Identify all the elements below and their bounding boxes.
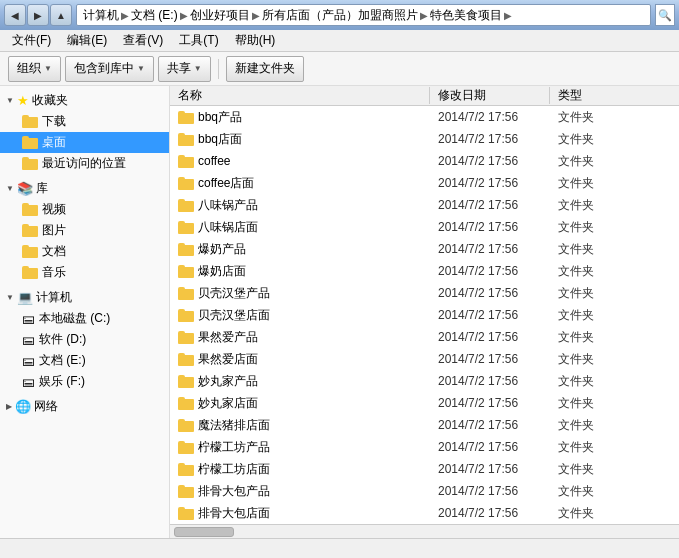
- folder-icon: [178, 133, 194, 146]
- sidebar-item-recent[interactable]: 最近访问的位置: [0, 153, 169, 174]
- table-row[interactable]: 妙丸家产品 2014/7/2 17:56 文件夹: [170, 370, 679, 392]
- file-name-cell: 贝壳汉堡产品: [170, 285, 430, 302]
- table-row[interactable]: coffee店面 2014/7/2 17:56 文件夹: [170, 172, 679, 194]
- file-name-cell: coffee: [170, 154, 430, 168]
- table-row[interactable]: 魔法猪排店面 2014/7/2 17:56 文件夹: [170, 414, 679, 436]
- col-header-type[interactable]: 类型: [550, 87, 679, 104]
- file-type-cell: 文件夹: [550, 131, 679, 148]
- folder-icon: [178, 485, 194, 498]
- col-header-name[interactable]: 名称: [170, 87, 430, 104]
- organize-button[interactable]: 组织 ▼: [8, 56, 61, 82]
- menu-tools[interactable]: 工具(T): [171, 30, 226, 51]
- file-date-cell: 2014/7/2 17:56: [430, 374, 550, 388]
- file-type-cell: 文件夹: [550, 153, 679, 170]
- sidebar-item-pictures[interactable]: 图片: [0, 220, 169, 241]
- file-name-cell: coffee店面: [170, 175, 430, 192]
- folder-icon: [178, 331, 194, 344]
- menu-edit[interactable]: 编辑(E): [59, 30, 115, 51]
- expand-icon: ▼: [6, 184, 14, 193]
- sidebar-item-f[interactable]: 🖴 娱乐 (F:): [0, 371, 169, 392]
- file-name: bbq产品: [198, 109, 242, 126]
- sidebar-item-c[interactable]: 🖴 本地磁盘 (C:): [0, 308, 169, 329]
- horizontal-scrollbar[interactable]: [170, 524, 679, 538]
- file-name: 八味锅店面: [198, 219, 258, 236]
- folder-icon: [22, 136, 38, 149]
- sidebar-library-header[interactable]: ▼ 📚 库: [0, 178, 169, 199]
- folder-icon: [178, 177, 194, 190]
- table-row[interactable]: 爆奶店面 2014/7/2 17:56 文件夹: [170, 260, 679, 282]
- breadcrumb-item-2[interactable]: 文档 (E:): [131, 7, 178, 24]
- table-row[interactable]: 妙丸家店面 2014/7/2 17:56 文件夹: [170, 392, 679, 414]
- folder-icon: [178, 155, 194, 168]
- sidebar-item-e[interactable]: 🖴 文档 (E:): [0, 350, 169, 371]
- share-button[interactable]: 共享 ▼: [158, 56, 211, 82]
- folder-icon: [178, 221, 194, 234]
- sidebar-item-documents[interactable]: 文档: [0, 241, 169, 262]
- include-lib-button[interactable]: 包含到库中 ▼: [65, 56, 154, 82]
- up-button[interactable]: ▲: [50, 4, 72, 26]
- table-row[interactable]: 八味锅产品 2014/7/2 17:56 文件夹: [170, 194, 679, 216]
- sidebar-network-header[interactable]: ▶ 🌐 网络: [0, 396, 169, 417]
- table-row[interactable]: 柠檬工坊产品 2014/7/2 17:56 文件夹: [170, 436, 679, 458]
- menu-file[interactable]: 文件(F): [4, 30, 59, 51]
- folder-icon: [22, 115, 38, 128]
- table-row[interactable]: bbq店面 2014/7/2 17:56 文件夹: [170, 128, 679, 150]
- sidebar-item-video[interactable]: 视频: [0, 199, 169, 220]
- menu-help[interactable]: 帮助(H): [227, 30, 284, 51]
- table-row[interactable]: 果然爱产品 2014/7/2 17:56 文件夹: [170, 326, 679, 348]
- status-bar: [0, 538, 679, 558]
- file-list: bbq产品 2014/7/2 17:56 文件夹 bbq店面 2014/7/2 …: [170, 106, 679, 524]
- folder-icon: [22, 157, 38, 170]
- sidebar-item-desktop[interactable]: 桌面: [0, 132, 169, 153]
- table-row[interactable]: 八味锅店面 2014/7/2 17:56 文件夹: [170, 216, 679, 238]
- file-name: 果然爱产品: [198, 329, 258, 346]
- sidebar-favorites-header[interactable]: ▼ ★ 收藏夹: [0, 90, 169, 111]
- scrollbar-thumb[interactable]: [174, 527, 234, 537]
- folder-icon: [22, 266, 38, 279]
- file-type-cell: 文件夹: [550, 241, 679, 258]
- col-header-date[interactable]: 修改日期: [430, 87, 550, 104]
- sidebar-item-d[interactable]: 🖴 软件 (D:): [0, 329, 169, 350]
- search-box[interactable]: 🔍: [655, 4, 675, 26]
- file-name: 爆奶店面: [198, 263, 246, 280]
- table-row[interactable]: 柠檬工坊店面 2014/7/2 17:56 文件夹: [170, 458, 679, 480]
- sidebar-item-music[interactable]: 音乐: [0, 262, 169, 283]
- hdd-icon: 🖴: [22, 353, 35, 368]
- table-row[interactable]: 贝壳汉堡店面 2014/7/2 17:56 文件夹: [170, 304, 679, 326]
- table-row[interactable]: 贝壳汉堡产品 2014/7/2 17:56 文件夹: [170, 282, 679, 304]
- file-name: 柠檬工坊产品: [198, 439, 270, 456]
- breadcrumb-item-1[interactable]: 计算机: [83, 7, 119, 24]
- table-row[interactable]: 果然爱店面 2014/7/2 17:56 文件夹: [170, 348, 679, 370]
- sidebar-item-downloads[interactable]: 下载: [0, 111, 169, 132]
- file-date-cell: 2014/7/2 17:56: [430, 484, 550, 498]
- file-date-cell: 2014/7/2 17:56: [430, 110, 550, 124]
- forward-button[interactable]: ▶: [27, 4, 49, 26]
- content-area: 名称 修改日期 类型 bbq产品 2014/7/2 17:56 文件夹 bbq店…: [170, 86, 679, 538]
- table-row[interactable]: coffee 2014/7/2 17:56 文件夹: [170, 150, 679, 172]
- table-row[interactable]: 排骨大包店面 2014/7/2 17:56 文件夹: [170, 502, 679, 524]
- search-icon: 🔍: [658, 9, 672, 22]
- breadcrumb-item-3[interactable]: 创业好项目: [190, 7, 250, 24]
- file-date-cell: 2014/7/2 17:56: [430, 242, 550, 256]
- table-row[interactable]: 排骨大包产品 2014/7/2 17:56 文件夹: [170, 480, 679, 502]
- menu-view[interactable]: 查看(V): [115, 30, 171, 51]
- menu-bar: 文件(F) 编辑(E) 查看(V) 工具(T) 帮助(H): [0, 30, 679, 52]
- file-name-cell: 排骨大包产品: [170, 483, 430, 500]
- back-button[interactable]: ◀: [4, 4, 26, 26]
- breadcrumb-item-4[interactable]: 所有店面（产品）加盟商照片: [262, 7, 418, 24]
- sidebar: ▼ ★ 收藏夹 下载 桌面 最近访问的位置 ▼ 📚 库: [0, 86, 170, 538]
- folder-icon: [178, 309, 194, 322]
- file-date-cell: 2014/7/2 17:56: [430, 220, 550, 234]
- file-type-cell: 文件夹: [550, 505, 679, 522]
- sidebar-computer-header[interactable]: ▼ 💻 计算机: [0, 287, 169, 308]
- table-row[interactable]: 爆奶产品 2014/7/2 17:56 文件夹: [170, 238, 679, 260]
- file-name: 果然爱店面: [198, 351, 258, 368]
- new-folder-button[interactable]: 新建文件夹: [226, 56, 304, 82]
- breadcrumb-item-5[interactable]: 特色美食项目: [430, 7, 502, 24]
- computer-icon: 💻: [17, 290, 33, 305]
- column-header: 名称 修改日期 类型: [170, 86, 679, 106]
- breadcrumb[interactable]: 计算机 ▶ 文档 (E:) ▶ 创业好项目 ▶ 所有店面（产品）加盟商照片 ▶ …: [76, 4, 651, 26]
- table-row[interactable]: bbq产品 2014/7/2 17:56 文件夹: [170, 106, 679, 128]
- file-type-cell: 文件夹: [550, 263, 679, 280]
- file-name-cell: bbq产品: [170, 109, 430, 126]
